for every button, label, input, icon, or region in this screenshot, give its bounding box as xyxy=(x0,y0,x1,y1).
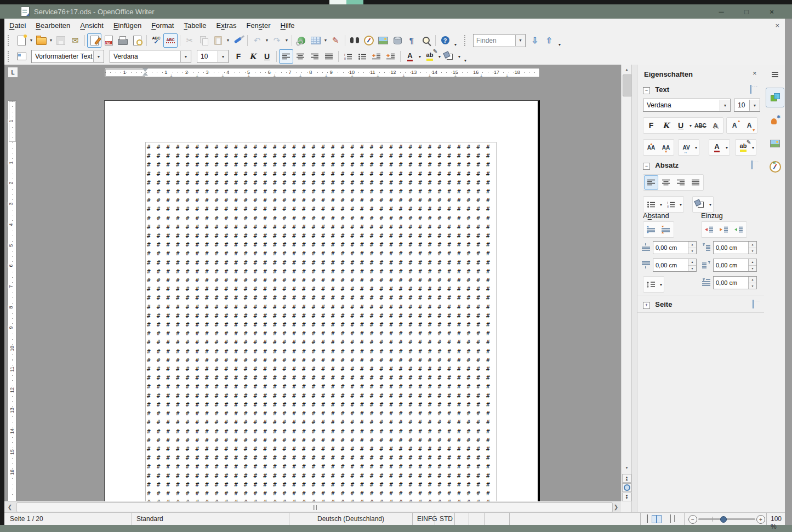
character-spacing-dropdown[interactable]: ▼ xyxy=(694,141,698,153)
italic-button[interactable]: K xyxy=(246,49,260,64)
font-combo-dropdown[interactable]: ▼ xyxy=(180,51,191,62)
find-previous-button[interactable]: ⇧ xyxy=(542,33,556,48)
sidebar-bullet-list-button[interactable] xyxy=(644,197,658,211)
h-ruler[interactable]: 1123456789101112131415161718⊥⊥⊥⊥⊥⊥⊥⊥⊥⊥⊥⊥… xyxy=(18,68,621,77)
horizontal-scrollbar-thumb[interactable] xyxy=(16,502,613,512)
paragraph-background-button[interactable] xyxy=(693,197,708,211)
sidebar-splitter[interactable] xyxy=(631,65,637,512)
zoom-out-button[interactable]: − xyxy=(688,515,697,524)
align-left-button[interactable] xyxy=(279,49,293,64)
sidebar-size-dropdown[interactable]: ▼ xyxy=(749,100,760,111)
undo-button[interactable]: ↶ xyxy=(250,33,264,48)
tab-type-selector[interactable]: L xyxy=(8,67,18,78)
export-pdf-button[interactable] xyxy=(101,33,116,48)
toolbar-grip[interactable] xyxy=(8,35,11,46)
find-next-button[interactable]: ⇩ xyxy=(528,33,542,48)
email-button[interactable]: ✉ xyxy=(68,33,82,48)
sidebar-font-dropdown[interactable]: ▼ xyxy=(720,100,730,111)
paste-button[interactable] xyxy=(211,33,225,48)
menu-bearbeiten[interactable]: Bearbeiten xyxy=(31,19,75,32)
style-combo-dropdown[interactable]: ▼ xyxy=(93,51,104,62)
strikethrough-button[interactable]: ABC xyxy=(693,118,708,133)
spellcheck-button[interactable]: ABC✓ xyxy=(149,33,163,48)
page-preview-button[interactable] xyxy=(130,33,144,48)
lowercase-button[interactable]: AA▼ xyxy=(659,140,673,155)
sidebar-decrease-indent-button[interactable] xyxy=(717,222,731,237)
gallery-tab[interactable] xyxy=(766,134,784,153)
language-indicator[interactable]: Deutsch (Deutschland) xyxy=(289,513,413,525)
scroll-left-button[interactable]: ❮ xyxy=(5,502,14,511)
below-spacing-value[interactable]: 0,00 cm xyxy=(653,259,688,271)
find-toolbar-overflow[interactable]: ▼ xyxy=(556,33,563,48)
sidebar-underline-button[interactable]: U xyxy=(674,118,688,133)
above-paragraph-spacing-field[interactable]: 0,00 cm ▲▼ xyxy=(653,241,697,254)
styles-panel-button[interactable] xyxy=(14,49,29,64)
after-indent-value[interactable]: 0,00 cm xyxy=(714,259,748,271)
below-paragraph-spacing-field[interactable]: 0,00 cm ▲▼ xyxy=(653,259,697,272)
after-text-indent-field[interactable]: 0,00 cm ▲▼ xyxy=(713,259,757,272)
collapse-icon[interactable]: − xyxy=(643,163,650,170)
collapse-icon[interactable]: − xyxy=(643,87,650,94)
sidebar-highlight-dropdown[interactable]: ▼ xyxy=(751,141,755,153)
insert-mode-indicator[interactable]: EINFG xyxy=(413,513,435,525)
redo-dropdown[interactable]: ▼ xyxy=(284,35,289,47)
paragraph-background-dropdown[interactable]: ▼ xyxy=(708,198,713,210)
underline-dropdown[interactable]: ▼ xyxy=(688,119,693,131)
text-section-header[interactable]: − Text xyxy=(643,85,669,94)
line-spacing-button[interactable] xyxy=(644,277,658,291)
sidebar-font-size-combo[interactable]: 10 ▼ xyxy=(734,99,760,112)
size-combo-dropdown[interactable]: ▼ xyxy=(218,51,228,62)
gallery-button[interactable] xyxy=(376,33,390,48)
sidebar-bold-button[interactable]: F xyxy=(644,118,658,133)
help-button[interactable]: ? xyxy=(438,33,452,48)
paragraph-style-combo[interactable]: Vorformatierter Text ▼ xyxy=(31,50,104,63)
menu-datei[interactable]: Datei xyxy=(4,19,31,32)
below-spacing-up[interactable]: ▲ xyxy=(688,259,696,266)
decrease-indent-button[interactable] xyxy=(369,49,384,64)
page-style-indicator[interactable]: Standard xyxy=(132,513,289,525)
redo-button[interactable]: ↷ xyxy=(270,33,284,48)
sidebar-align-left-button[interactable] xyxy=(644,175,658,190)
insert-table-button[interactable] xyxy=(309,33,323,48)
save-button[interactable] xyxy=(54,33,68,48)
menu-tabelle[interactable]: Tabelle xyxy=(179,19,211,32)
above-spacing-down[interactable]: ▼ xyxy=(688,248,696,254)
close-button[interactable]: × xyxy=(759,4,784,19)
firstline-indent-up[interactable]: ▲ xyxy=(749,277,756,283)
increase-indent-button[interactable] xyxy=(384,49,398,64)
object-info-cell[interactable] xyxy=(485,513,510,525)
grow-font-button[interactable]: A▲ xyxy=(727,118,742,133)
shadow-button[interactable]: A xyxy=(708,118,722,133)
maximize-button[interactable]: □ xyxy=(734,4,759,19)
text-dialog-launcher[interactable] xyxy=(750,85,751,94)
hyperlink-button[interactable] xyxy=(294,33,309,48)
before-indent-value[interactable]: 0,00 cm xyxy=(714,242,748,254)
font-size-combo[interactable]: 10 ▼ xyxy=(197,50,229,63)
toolbar-grip[interactable] xyxy=(8,51,11,62)
expand-icon[interactable]: + xyxy=(643,302,650,309)
sidebar-font-name-combo[interactable]: Verdana ▼ xyxy=(643,99,731,112)
menu-hilfe[interactable]: Hilfe xyxy=(276,19,300,32)
zoom-button[interactable] xyxy=(419,33,433,48)
zoom-slider-thumb[interactable] xyxy=(720,516,727,523)
character-spacing-button[interactable]: AV↔ xyxy=(679,140,693,155)
navigation-button[interactable] xyxy=(622,483,631,492)
minimize-button[interactable]: ─ xyxy=(709,4,734,19)
above-spacing-value[interactable]: 0,00 cm xyxy=(653,242,688,254)
firstline-indent-value[interactable]: 0,00 cm xyxy=(714,277,748,289)
next-page-button[interactable]: ▼▼ xyxy=(622,493,631,501)
firstline-indent-down[interactable]: ▼ xyxy=(749,283,756,289)
zoom-level-indicator[interactable]: 100 % xyxy=(771,515,785,530)
underline-button[interactable]: U xyxy=(260,49,274,64)
open-button[interactable] xyxy=(34,33,48,48)
sidebar-increase-indent-button[interactable] xyxy=(702,222,716,237)
book-view-button[interactable] xyxy=(670,515,671,523)
document-modified-indicator[interactable] xyxy=(455,513,469,525)
sidebar-highlight-button[interactable]: ab xyxy=(736,140,750,155)
selection-mode-indicator[interactable]: STD xyxy=(435,513,455,525)
data-sources-button[interactable] xyxy=(390,33,404,48)
bullet-list-button[interactable] xyxy=(355,49,369,64)
menu-fenster[interactable]: Fenster xyxy=(241,19,275,32)
menu-ansicht[interactable]: Ansicht xyxy=(75,19,109,32)
paste-dropdown[interactable]: ▼ xyxy=(225,35,231,47)
